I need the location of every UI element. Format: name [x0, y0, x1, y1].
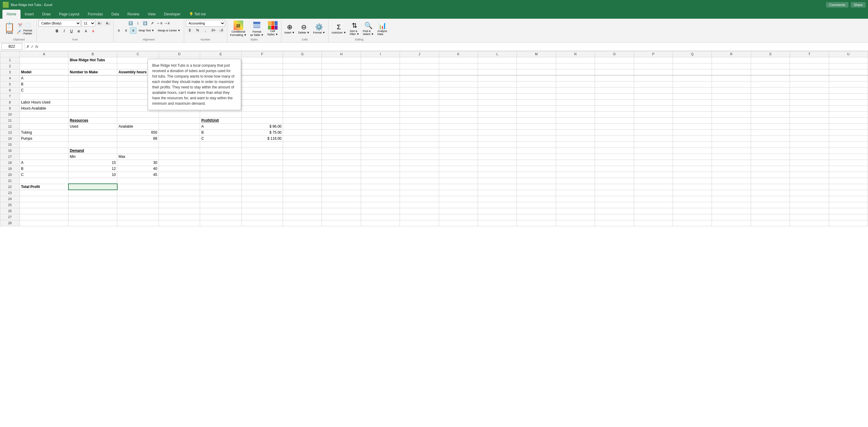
cell-J17[interactable] [400, 153, 439, 160]
cell-D14[interactable] [158, 136, 200, 142]
cell-B18[interactable]: 15 [68, 160, 117, 166]
cell-R13[interactable] [712, 130, 751, 136]
cell-N25[interactable] [556, 202, 595, 208]
cell-K17[interactable] [439, 153, 478, 160]
cell-M15[interactable] [517, 142, 556, 148]
cell-K24[interactable] [439, 196, 478, 202]
cell-M5[interactable] [517, 81, 556, 87]
cell-P26[interactable] [634, 208, 673, 214]
tab-tell-me[interactable]: 💡 Tell me [185, 10, 210, 19]
cell-T19[interactable] [790, 166, 829, 172]
cell-A13[interactable]: Tubing [20, 130, 68, 136]
cell-I20[interactable] [361, 172, 400, 178]
cell-R18[interactable] [712, 160, 751, 166]
cell-N12[interactable] [556, 123, 595, 130]
cell-I21[interactable] [361, 178, 400, 184]
cell-styles-button[interactable]: CellStyles ▼ [266, 21, 279, 37]
cell-G21[interactable] [283, 178, 322, 184]
cell-U25[interactable] [829, 202, 868, 208]
cell-J24[interactable] [400, 196, 439, 202]
cell-A25[interactable] [20, 202, 68, 208]
cell-M25[interactable] [517, 202, 556, 208]
cell-C17[interactable]: Max [117, 153, 158, 160]
cell-M16[interactable] [517, 148, 556, 153]
cell-C27[interactable] [117, 214, 158, 220]
cell-P8[interactable] [634, 99, 673, 105]
cell-B22[interactable] [68, 184, 117, 190]
cell-O2[interactable] [595, 63, 634, 69]
cell-F4[interactable] [241, 75, 283, 81]
cell-R16[interactable] [712, 148, 751, 153]
cell-L28[interactable] [478, 220, 517, 226]
tab-review[interactable]: Review [123, 10, 144, 19]
row-header-1[interactable]: 1 [0, 57, 20, 63]
bold-button[interactable]: B [54, 28, 60, 34]
sort-filter-button[interactable]: ⇅ Sort &Filter ▼ [348, 21, 360, 36]
cell-B20[interactable]: 10 [68, 172, 117, 178]
cell-G2[interactable] [283, 63, 322, 69]
cell-S4[interactable] [751, 75, 789, 81]
cell-K19[interactable] [439, 166, 478, 172]
cell-J13[interactable] [400, 130, 439, 136]
cell-L4[interactable] [478, 75, 517, 81]
cell-C22[interactable] [117, 184, 158, 190]
cell-D25[interactable] [158, 202, 200, 208]
cell-K3[interactable] [439, 69, 478, 75]
cell-P24[interactable] [634, 196, 673, 202]
cell-T7[interactable] [790, 93, 829, 99]
cell-A4[interactable]: A [20, 75, 68, 81]
cell-A20[interactable]: C [20, 172, 68, 178]
cell-C21[interactable] [117, 178, 158, 184]
row-header-16[interactable]: 16 [0, 148, 20, 153]
find-select-button[interactable]: 🔍 Find &Select ▼ [362, 21, 375, 36]
underline-button[interactable]: U [68, 28, 75, 34]
cell-L19[interactable] [478, 166, 517, 172]
autosum-button[interactable]: Σ AutoSum ▼ [330, 23, 347, 35]
cell-G3[interactable] [283, 69, 322, 75]
cell-T12[interactable] [790, 123, 829, 130]
cell-E13[interactable]: B [200, 130, 241, 136]
cell-I23[interactable] [361, 190, 400, 196]
cell-B6[interactable] [68, 87, 117, 93]
cell-A23[interactable] [20, 190, 68, 196]
cell-H24[interactable] [322, 196, 361, 202]
cell-R10[interactable] [712, 111, 751, 117]
cell-E21[interactable] [200, 178, 241, 184]
cell-K8[interactable] [439, 99, 478, 105]
cell-H19[interactable] [322, 166, 361, 172]
cell-E19[interactable] [200, 166, 241, 172]
font-color-button[interactable]: A [90, 28, 96, 34]
cell-N5[interactable] [556, 81, 595, 87]
cell-Q21[interactable] [673, 178, 712, 184]
col-header-b[interactable]: B [68, 51, 117, 57]
cell-G13[interactable] [283, 130, 322, 136]
cell-T1[interactable] [790, 57, 829, 63]
cell-L6[interactable] [478, 87, 517, 93]
cell-J20[interactable] [400, 172, 439, 178]
cell-F3[interactable] [241, 69, 283, 75]
cell-C25[interactable] [117, 202, 158, 208]
cell-L22[interactable] [478, 184, 517, 190]
cell-B7[interactable] [68, 93, 117, 99]
cell-I11[interactable] [361, 117, 400, 123]
cell-L23[interactable] [478, 190, 517, 196]
tab-draw[interactable]: Draw [38, 10, 55, 19]
cell-D26[interactable] [158, 208, 200, 214]
cell-G17[interactable] [283, 153, 322, 160]
formula-input[interactable] [39, 43, 867, 50]
cell-J6[interactable] [400, 87, 439, 93]
cell-L16[interactable] [478, 148, 517, 153]
cell-J10[interactable] [400, 111, 439, 117]
cell-M9[interactable] [517, 105, 556, 111]
col-header-t[interactable]: T [790, 51, 829, 57]
cell-I9[interactable] [361, 105, 400, 111]
cell-C23[interactable] [117, 190, 158, 196]
cell-H7[interactable] [322, 93, 361, 99]
col-header-p[interactable]: P [634, 51, 673, 57]
cell-B12[interactable]: Used [68, 123, 117, 130]
cell-N10[interactable] [556, 111, 595, 117]
cell-P19[interactable] [634, 166, 673, 172]
cell-D17[interactable] [158, 153, 200, 160]
cell-B2[interactable] [68, 63, 117, 69]
cell-Q26[interactable] [673, 208, 712, 214]
